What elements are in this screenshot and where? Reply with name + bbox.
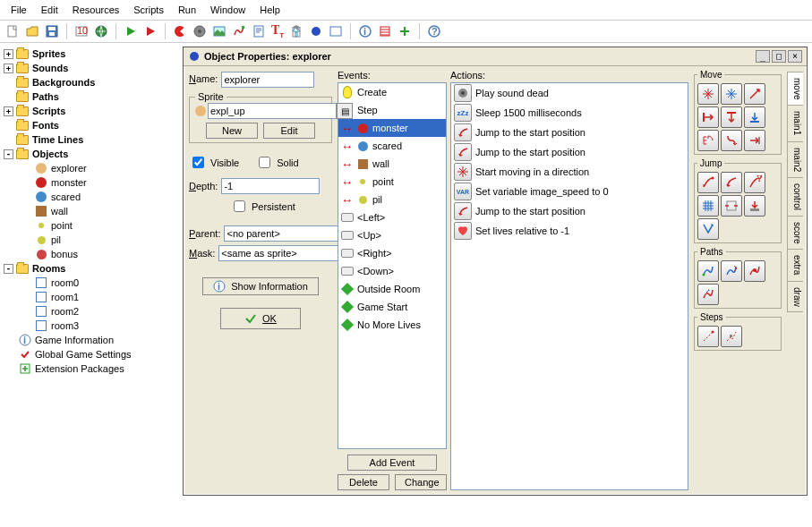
- collapse-icon[interactable]: -: [4, 264, 13, 274]
- tab-move[interactable]: move: [787, 72, 803, 106]
- action-jump-start[interactable]: [721, 172, 742, 193]
- new-icon[interactable]: [5, 24, 20, 38]
- publish-icon[interactable]: [94, 24, 108, 38]
- object-icon[interactable]: [309, 24, 323, 38]
- action-path-speed[interactable]: [697, 284, 719, 305]
- action-move-fixed[interactable]: [697, 83, 719, 105]
- tree-timelines[interactable]: Time Lines: [2, 132, 177, 147]
- menu-resources[interactable]: Resources: [65, 2, 127, 18]
- event-key-up[interactable]: <Up>: [338, 226, 446, 244]
- action-play-sound[interactable]: Play sound dead: [451, 83, 688, 103]
- tree-fonts[interactable]: Fonts: [2, 118, 177, 132]
- show-info-button[interactable]: iShow Information: [202, 277, 319, 295]
- action-move-towards[interactable]: [744, 83, 765, 105]
- event-game-start[interactable]: Game Start: [338, 298, 446, 316]
- menu-scripts[interactable]: Scripts: [126, 2, 171, 18]
- action-start-moving[interactable]: Start moving in a direction: [451, 162, 688, 182]
- action-jump-start[interactable]: Jump to the start position: [451, 123, 688, 142]
- resource-tree[interactable]: +Sprites +Sounds Backgrounds Paths +Scri…: [0, 43, 179, 527]
- minimize-button[interactable]: _: [756, 50, 770, 63]
- depth-input[interactable]: [221, 178, 320, 194]
- event-key-left[interactable]: <Left>: [338, 208, 446, 226]
- delete-event-button[interactable]: Delete: [338, 474, 389, 490]
- event-outside-room[interactable]: Outside Room: [338, 280, 446, 298]
- mask-select[interactable]: [218, 245, 347, 261]
- run-icon[interactable]: [124, 24, 138, 38]
- edit-sprite-button[interactable]: Edit: [263, 123, 315, 139]
- action-bounce[interactable]: [697, 218, 719, 240]
- help-icon[interactable]: ?: [427, 24, 441, 38]
- event-collision-monster[interactable]: ↔monster: [338, 119, 446, 137]
- action-path-position[interactable]: [744, 260, 765, 282]
- action-speed-horizontal[interactable]: [697, 106, 719, 128]
- name-input[interactable]: [221, 72, 314, 88]
- menu-file[interactable]: File: [4, 2, 34, 18]
- change-event-button[interactable]: Change: [395, 474, 447, 490]
- event-collision-point[interactable]: ↔point: [338, 173, 446, 191]
- add-event-button[interactable]: Add Event: [347, 455, 437, 471]
- game-info-icon[interactable]: i: [358, 24, 372, 38]
- save-icon[interactable]: [45, 24, 59, 38]
- action-path-start[interactable]: [697, 260, 719, 282]
- tree-room-1[interactable]: room1: [2, 290, 177, 304]
- tab-draw[interactable]: draw: [787, 281, 803, 313]
- tree-object-pil[interactable]: pil: [2, 233, 177, 247]
- create-exe-icon[interactable]: 101: [74, 24, 89, 38]
- action-set-variable[interactable]: VARSet variable image_speed to 0: [451, 182, 688, 201]
- action-set-lives[interactable]: Set lives relative to -1: [451, 221, 688, 241]
- tree-sprites[interactable]: +Sprites: [2, 47, 177, 61]
- tree-room-2[interactable]: room2: [2, 304, 177, 319]
- new-sprite-button[interactable]: New: [206, 123, 258, 139]
- script-icon[interactable]: [252, 24, 266, 38]
- action-set-friction[interactable]: [744, 130, 765, 151]
- tree-paths[interactable]: Paths: [2, 89, 177, 104]
- action-jump-random[interactable]: ?: [744, 172, 765, 193]
- tree-object-monster[interactable]: monster: [2, 175, 177, 190]
- persistent-checkbox[interactable]: Persistent: [230, 198, 332, 215]
- tree-backgrounds[interactable]: Backgrounds: [2, 75, 177, 89]
- tree-scripts[interactable]: +Scripts: [2, 104, 177, 118]
- action-path-end[interactable]: [721, 260, 742, 282]
- action-step-towards[interactable]: [697, 326, 719, 347]
- tree-room-0[interactable]: room0: [2, 276, 177, 290]
- menu-help[interactable]: Help: [252, 2, 287, 18]
- tab-control[interactable]: control: [787, 177, 803, 217]
- tab-main2[interactable]: main2: [787, 141, 803, 178]
- pacman-icon[interactable]: [173, 24, 187, 38]
- sprite-select[interactable]: [208, 103, 337, 119]
- ok-button[interactable]: OK: [220, 308, 301, 329]
- action-jump-start[interactable]: Jump to the start position: [451, 142, 688, 162]
- event-key-right[interactable]: <Right>: [338, 244, 446, 262]
- sound-icon[interactable]: [192, 24, 207, 38]
- room-icon[interactable]: [329, 24, 343, 38]
- event-key-down[interactable]: <Down>: [338, 262, 446, 280]
- extension-icon[interactable]: [397, 24, 412, 38]
- actions-listbox[interactable]: Play sound dead zZzSleep 1500 millisecon…: [450, 82, 688, 490]
- parent-select[interactable]: [224, 225, 353, 242]
- tree-object-explorer[interactable]: explorer: [2, 161, 177, 175]
- open-icon[interactable]: [25, 24, 39, 38]
- event-create[interactable]: Create: [338, 83, 446, 101]
- background-icon[interactable]: [212, 24, 227, 38]
- menu-edit[interactable]: Edit: [34, 2, 65, 18]
- menu-run[interactable]: Run: [171, 2, 203, 18]
- tree-sounds[interactable]: +Sounds: [2, 61, 177, 75]
- close-button[interactable]: ×: [788, 50, 802, 63]
- action-snap-grid[interactable]: [697, 195, 719, 217]
- expand-icon[interactable]: +: [4, 64, 13, 73]
- tree-game-settings[interactable]: Global Game Settings: [2, 347, 177, 361]
- tab-main1[interactable]: main1: [787, 105, 803, 141]
- action-reverse-horizontal[interactable]: [697, 130, 719, 151]
- action-move-free[interactable]: [721, 83, 742, 105]
- events-listbox[interactable]: Create Step ↔monster ↔scared ↔wall ↔poin…: [338, 82, 447, 449]
- event-collision-wall[interactable]: ↔wall: [338, 155, 446, 173]
- tree-object-point[interactable]: point: [2, 218, 177, 233]
- action-step-avoiding[interactable]: [721, 326, 742, 347]
- maximize-button[interactable]: □: [772, 50, 786, 63]
- action-set-gravity[interactable]: [744, 106, 765, 128]
- action-reverse-vertical[interactable]: [721, 130, 742, 151]
- tree-room-3[interactable]: room3: [2, 319, 177, 333]
- sprite-browse-button[interactable]: ▤: [337, 103, 353, 119]
- tab-extra[interactable]: extra: [787, 249, 803, 281]
- action-speed-vertical[interactable]: [721, 106, 742, 128]
